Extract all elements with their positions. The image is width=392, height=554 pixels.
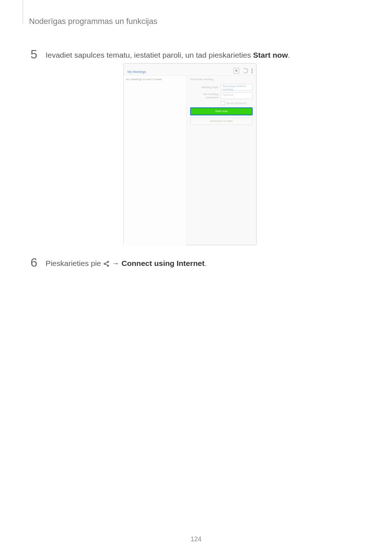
show-password-label: Show password	[226, 102, 246, 105]
text: Ievadiet sapulces tematu, iestatiet paro…	[45, 51, 253, 59]
more-icon[interactable]	[252, 69, 253, 73]
section-title: Noderīgas programmas un funkcijas	[29, 17, 157, 26]
step-number: 6	[30, 256, 37, 268]
topic-label: Meeting topic	[190, 86, 221, 89]
step-number: 5	[30, 48, 37, 60]
step-6: 6 Pieskarieties pie → Connect using Inte…	[30, 256, 207, 270]
emphasis: Connect using Internet	[122, 259, 205, 267]
text: Pieskarieties pie	[45, 259, 103, 267]
svg-point-2	[107, 265, 109, 266]
svg-point-0	[107, 261, 109, 263]
step-5-text: Ievadiet sapulces tematu, iestatiet paro…	[45, 48, 290, 60]
showpwd-row: Show password	[221, 101, 253, 105]
password-label: Set meeting password	[190, 93, 221, 99]
device-main: Schedule meeting Meeting topic Samsung m…	[187, 75, 256, 247]
refresh-icon[interactable]	[243, 68, 248, 73]
add-icon[interactable]: +	[233, 68, 239, 74]
document-page: Noderīgas programmas un funkcijas 5 Ieva…	[0, 0, 392, 554]
start-now-button[interactable]: Start now	[190, 107, 253, 115]
emphasis: Start now	[253, 51, 288, 59]
topic-row: Meeting topic Samsung mobile's meeting	[190, 84, 253, 90]
svg-line-3	[105, 262, 107, 263]
share-icon	[103, 259, 110, 270]
device-sidebar: No meetings in next 5 week	[124, 75, 187, 247]
device-mockup: My Meetings + No meetings in next 5 week…	[123, 63, 257, 245]
svg-line-4	[105, 264, 107, 265]
show-password-checkbox[interactable]	[221, 101, 225, 105]
step-5: 5 Ievadiet sapulces tematu, iestatiet pa…	[30, 48, 290, 60]
svg-point-1	[104, 263, 106, 264]
device-body: No meetings in next 5 week Schedule meet…	[124, 75, 256, 247]
pane-title: Schedule meeting	[190, 78, 253, 81]
margin-rule	[23, 0, 23, 24]
password-input[interactable]: Optional	[221, 93, 253, 99]
device-toolbar: +	[233, 68, 253, 74]
text: .	[204, 259, 207, 267]
device-header: My Meetings +	[124, 63, 256, 75]
page-number: 124	[0, 535, 392, 543]
step-6-text: Pieskarieties pie → Connect using Intern…	[45, 256, 207, 270]
device-title: My Meetings	[127, 70, 233, 74]
password-row: Set meeting password Optional	[190, 93, 253, 99]
arrow: →	[110, 259, 122, 267]
text: .	[288, 51, 290, 59]
topic-input[interactable]: Samsung mobile's meeting	[221, 84, 253, 90]
schedule-later-button[interactable]: Schedule for later	[190, 118, 253, 125]
